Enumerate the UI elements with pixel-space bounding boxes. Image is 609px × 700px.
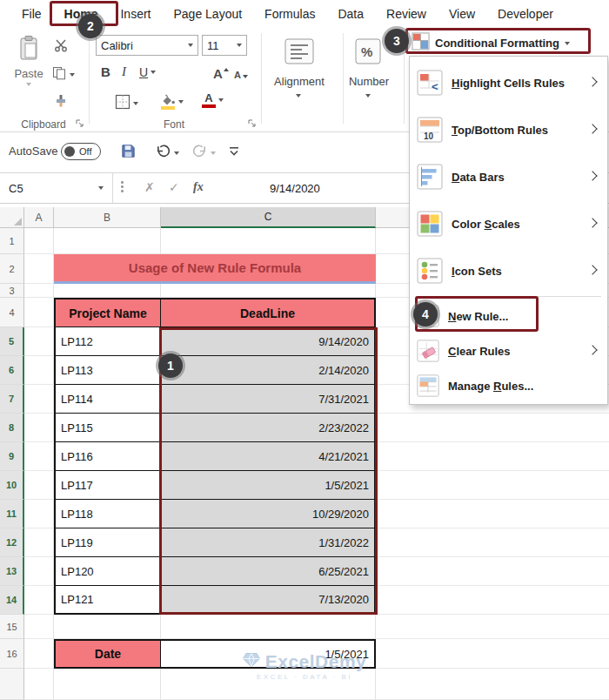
cell[interactable] [376, 500, 609, 528]
row-header[interactable]: 12 [0, 528, 24, 557]
cell[interactable] [24, 414, 54, 442]
project-name-cell[interactable]: LP120 [54, 557, 161, 586]
font-name-dropdown-icon[interactable] [188, 44, 193, 47]
italic-button[interactable]: I [122, 64, 126, 79]
menu-item-manage-rules[interactable]: Manage Rules... [410, 368, 607, 403]
project-name-cell[interactable]: LP118 [54, 500, 161, 528]
tab-developer[interactable]: Developer [486, 0, 565, 28]
menu-item-highlight-cells-rules[interactable]: < Highlight Cells Rules [410, 59, 607, 106]
deadline-cell[interactable]: 7/13/2020 [161, 586, 376, 615]
tab-home[interactable]: Home [53, 0, 110, 28]
row-header[interactable]: 1 [0, 228, 24, 254]
number-group-button[interactable]: Number [342, 75, 396, 88]
font-size-combo[interactable]: 11 [202, 35, 247, 56]
redo-button[interactable] [191, 144, 216, 162]
deadline-cell[interactable]: 2/23/2022 [161, 414, 376, 442]
underline-button[interactable]: U [139, 65, 156, 79]
font-color-dropdown-icon[interactable] [218, 98, 224, 102]
row-header[interactable]: 6 [0, 356, 24, 385]
underline-dropdown-icon[interactable] [151, 71, 156, 74]
select-all-button[interactable] [0, 207, 24, 228]
row-header[interactable]: 7 [0, 385, 24, 414]
project-name-cell[interactable]: LP121 [54, 586, 161, 615]
enter-icon[interactable]: ✓ [169, 180, 179, 194]
tab-page-layout[interactable]: Page Layout [162, 0, 253, 28]
cell[interactable] [376, 669, 609, 700]
project-name-cell[interactable]: LP114 [54, 385, 161, 414]
cell[interactable] [376, 471, 609, 500]
copy-button[interactable] [52, 66, 75, 84]
cell[interactable] [24, 669, 54, 700]
undo-button[interactable] [155, 144, 179, 162]
project-name-cell[interactable]: LP112 [54, 327, 161, 356]
row-header[interactable]: 10 [0, 471, 24, 500]
fill-color-button[interactable] [160, 94, 184, 110]
date-value-cell[interactable]: 1/5/2021 [161, 639, 376, 669]
paste-dropdown-icon[interactable] [26, 83, 31, 86]
tab-insert[interactable]: Insert [109, 0, 162, 28]
tab-file[interactable]: File [10, 0, 53, 28]
deadline-cell[interactable]: 7/31/2021 [161, 385, 376, 414]
clipboard-dialog-launcher[interactable] [75, 118, 84, 128]
cell[interactable] [161, 669, 376, 700]
format-painter-button[interactable] [54, 94, 68, 111]
cell[interactable] [54, 284, 161, 298]
cell[interactable] [54, 669, 161, 700]
fill-color-dropdown-icon[interactable] [178, 100, 184, 104]
menu-item-top-bottom-rules[interactable]: 10 Top/Bottom Rules [410, 106, 607, 153]
cf-dropdown-icon[interactable] [565, 42, 570, 45]
autosave-toggle[interactable]: Off [61, 143, 101, 160]
number-dropdown-icon[interactable] [365, 94, 371, 98]
decrease-font-button[interactable]: A [233, 68, 250, 80]
name-box[interactable]: C5 [0, 173, 113, 203]
customize-toolbar-button[interactable] [228, 146, 240, 158]
font-dialog-launcher[interactable] [247, 118, 257, 128]
tab-data[interactable]: Data [326, 0, 375, 28]
cell[interactable] [161, 284, 376, 298]
undo-dropdown-icon[interactable] [174, 151, 179, 155]
cell[interactable] [24, 528, 54, 557]
cell[interactable] [24, 639, 54, 669]
row-header[interactable]: 4 [0, 298, 24, 327]
alignment-dropdown-icon[interactable] [296, 94, 301, 98]
row-header[interactable]: 15 [0, 615, 24, 639]
menu-item-new-rule[interactable]: New Rule... [410, 299, 607, 333]
bold-button[interactable]: B [101, 64, 110, 79]
paste-button[interactable]: Paste [7, 35, 50, 86]
row-header[interactable]: 16 [0, 639, 24, 669]
cell[interactable] [161, 615, 376, 639]
font-color-button[interactable]: A [202, 92, 224, 108]
menu-item-clear-rules[interactable]: Clear Rules [410, 333, 607, 368]
deadline-cell[interactable]: 9/14/2020 [161, 327, 376, 356]
cell[interactable] [24, 615, 54, 639]
row-header[interactable]: 13 [0, 557, 24, 586]
cell[interactable] [376, 414, 609, 442]
title-banner-cell[interactable]: Usage of New Rule Formula [54, 254, 376, 284]
row-header[interactable]: 2 [0, 254, 24, 284]
cell[interactable] [24, 385, 54, 414]
cell[interactable] [24, 442, 54, 471]
cell[interactable] [24, 500, 54, 528]
cell[interactable] [54, 228, 161, 254]
cell[interactable] [24, 284, 54, 298]
tab-formulas[interactable]: Formulas [253, 0, 326, 28]
deadline-cell[interactable]: 10/29/2020 [161, 500, 376, 528]
cell[interactable] [24, 298, 54, 327]
deadline-cell[interactable]: 2/14/2020 [161, 356, 376, 385]
cut-button[interactable] [54, 38, 68, 56]
save-button[interactable] [120, 143, 137, 163]
row-header[interactable]: 14 [0, 586, 24, 615]
cell[interactable] [24, 356, 54, 385]
project-name-cell[interactable]: LP117 [54, 471, 161, 500]
alignment-group-button[interactable]: Alignment [261, 75, 338, 88]
row-header[interactable]: 8 [0, 414, 24, 442]
cell[interactable] [54, 615, 161, 639]
column-header-c[interactable]: C [161, 207, 376, 228]
row-header[interactable]: 5 [0, 327, 24, 356]
column-header-a[interactable]: A [24, 207, 54, 228]
cell[interactable] [376, 586, 609, 615]
tab-view[interactable]: View [438, 0, 486, 28]
column-header-b[interactable]: B [54, 207, 161, 228]
cell[interactable] [24, 254, 54, 284]
formula-bar-value[interactable]: 9/14/2020 [270, 182, 320, 195]
